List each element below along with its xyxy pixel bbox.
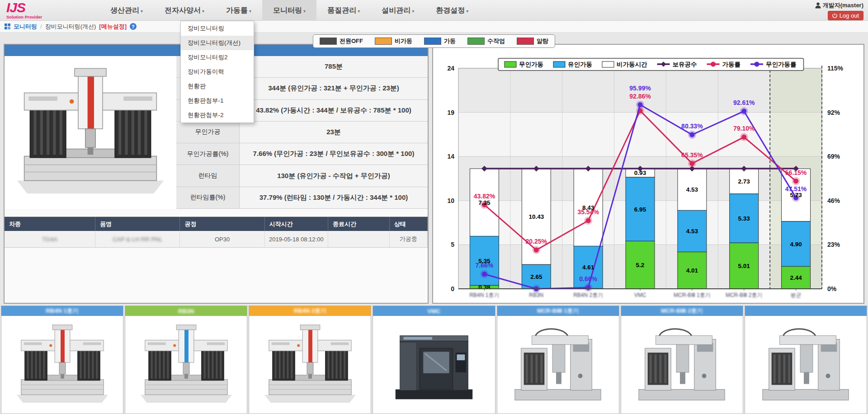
svg-text:5.33: 5.33 (738, 215, 750, 222)
machine-card-header: RB4N 1호기 (1, 306, 123, 316)
svg-text:2.73: 2.73 (738, 178, 750, 185)
nav-item-4[interactable]: 모니터링▾ (262, 0, 316, 21)
svg-text:92.86%: 92.86% (629, 93, 651, 100)
user-box: 개발자(master) Log out (815, 1, 863, 20)
nav-item-5[interactable]: 품질관리▾ (316, 0, 371, 21)
stat-label: 런타임률(%) (176, 187, 240, 208)
svg-text:0: 0 (451, 285, 454, 292)
machine-card-image (249, 316, 371, 414)
svg-text:RB4N 2호기: RB4N 2호기 (573, 292, 603, 298)
svg-text:0.93: 0.93 (634, 169, 646, 176)
logout-button[interactable]: Log out (828, 11, 863, 20)
svg-text:5.2: 5.2 (636, 262, 645, 268)
main-content: 보유공수785분가동시간344분 (유인가공 : 321분 + 무인가공 : 2… (4, 44, 864, 304)
machine-card-name: RB4N 2호기 (294, 307, 326, 315)
machine-card[interactable]: MCR-BⅢ 2호기 (621, 306, 743, 414)
job-cell (328, 231, 390, 247)
stat-value: 130분 (유인가공 - 수작업 + 무인가공) (240, 165, 428, 186)
svg-text:7.66%: 7.66% (476, 262, 494, 269)
dropdown-item-1[interactable]: 장비모니터링 (181, 21, 254, 36)
status-color-chip (424, 38, 441, 45)
machine-card[interactable]: VMC (373, 306, 495, 414)
dropdown-item-5[interactable]: 현황판 (181, 79, 254, 94)
machine-card[interactable]: RB4N 2호기 (249, 306, 371, 414)
logout-label: Log out (840, 12, 859, 19)
svg-text:14: 14 (447, 153, 454, 160)
svg-text:무인가동률: 무인가동률 (766, 61, 797, 68)
job-cell-text: CAP & LH RR PNL (113, 236, 162, 243)
machine-photo (5, 56, 176, 209)
nav-item-6[interactable]: 설비관리▾ (371, 0, 425, 21)
nav-item-1[interactable]: 생산관리▾ (99, 0, 154, 21)
chevron-down-icon: ▾ (412, 9, 414, 14)
machine-card-image (1, 316, 123, 414)
stat-value: 785분 (240, 56, 428, 77)
performance-chart-panel: 05101419240%23%46%69%92%115%0.385.357.35… (432, 44, 864, 304)
job-cell-text: OP30 (215, 236, 230, 243)
machine-card[interactable] (745, 306, 867, 414)
machine-card[interactable]: RB4N 1호기 (1, 306, 123, 414)
job-col-header: 품명 (95, 217, 180, 231)
job-cell: CAP & LH RR PNL (95, 231, 180, 247)
status-legend-item: 전원OFF (320, 37, 363, 45)
dropdown-item-6[interactable]: 현황판첨부-1 (181, 94, 254, 108)
status-color-chip (517, 38, 534, 45)
gantry-machine-image (11, 62, 170, 203)
dropdown-item-2[interactable]: 장비모니터링(개선) (181, 36, 254, 50)
stat-value: 344분 (유인가공 : 321분 + 무인가공 : 23분) (240, 78, 428, 99)
chevron-down-icon: ▾ (466, 9, 468, 14)
machine-card-list: RB4N 1호기 RB3N RB4N 2호기 (0, 306, 868, 414)
help-icon[interactable]: ? (130, 23, 137, 30)
stat-row: 런타임130분 (유인가공 - 수작업 + 무인가공) (176, 165, 428, 187)
user-name: 개발자(master) (823, 1, 863, 9)
dropdown-item-7[interactable]: 현황판첨부-2 (181, 108, 254, 122)
breadcrumb-page: 장비모니터링(개선) (45, 23, 96, 31)
nav-item-7[interactable]: 환경설정▾ (425, 0, 479, 21)
nav-item-2[interactable]: 전자사양서▾ (154, 0, 215, 21)
status-legend-label: 비가동 (395, 37, 412, 45)
machine-card[interactable]: RB3N (125, 306, 247, 414)
monitoring-dropdown-menu: 장비모니터링장비모니터링(개선)장비모니터링2장비가동이력현황판현황판첨부-1현… (180, 21, 254, 123)
chevron-down-icon: ▾ (303, 9, 306, 14)
machine-card[interactable]: MCR-BⅢ 1호기 (497, 306, 619, 414)
status-color-chip (467, 38, 485, 45)
svg-text:5: 5 (451, 241, 454, 248)
chevron-down-icon: ▾ (249, 9, 251, 14)
chevron-down-icon: ▾ (358, 9, 360, 14)
svg-text:20.25%: 20.25% (526, 238, 547, 245)
breadcrumb-separator: / (40, 23, 42, 30)
power-icon (832, 13, 837, 19)
job-cell: OP30 (180, 231, 264, 247)
svg-text:5.01: 5.01 (738, 263, 750, 269)
app-logo[interactable]: IJS Solution Provider (6, 1, 83, 19)
stat-value: 43.82% (가동시간 : 344분 / 보유공수 : 785분 * 100) (240, 100, 428, 121)
job-row: TG4ACAP & LH RR PNLOP302019-05-18 08:12:… (5, 231, 428, 248)
breadcrumb-section[interactable]: 모니터링 (14, 23, 37, 31)
user-icon (815, 2, 821, 9)
svg-text:6.95: 6.95 (634, 206, 646, 213)
svg-text:0.38: 0.38 (478, 284, 491, 291)
menu-settings-link[interactable]: [메뉴설정] (99, 23, 127, 31)
svg-text:2.44: 2.44 (790, 274, 802, 281)
svg-text:무인가동: 무인가동 (519, 61, 543, 68)
job-col-header: 상태 (390, 217, 428, 231)
chevron-down-icon: ▾ (141, 9, 143, 14)
nav-item-3[interactable]: 가동률▾ (215, 0, 262, 21)
breadcrumb: 모니터링 / 장비모니터링(개선) [메뉴설정] ? (0, 21, 868, 33)
job-cell: 2019-05-18 08:12:00 (265, 231, 328, 247)
dropdown-item-4[interactable]: 장비가동이력 (181, 65, 254, 79)
svg-text:10.43: 10.43 (528, 213, 544, 220)
svg-text:24: 24 (447, 65, 454, 72)
status-legend-item: 비가동 (375, 37, 412, 45)
svg-text:보유공수: 보유공수 (673, 61, 697, 68)
job-cell-text: TG4A (42, 236, 57, 243)
svg-text:0.66%: 0.66% (579, 275, 597, 282)
svg-text:MCR-BⅢ 1호기: MCR-BⅢ 1호기 (674, 292, 711, 298)
svg-text:평균: 평균 (791, 292, 802, 298)
dropdown-item-3[interactable]: 장비모니터링2 (181, 50, 254, 65)
svg-text:RB4N 1호기: RB4N 1호기 (469, 292, 499, 298)
svg-text:7.35: 7.35 (478, 199, 491, 206)
stat-value: 37.79% (런타임 : 130분 / 가동시간 : 344분 * 100) (240, 187, 428, 208)
logo-text: IJS (6, 1, 83, 14)
machine-card-name: MCR-BⅢ 1호기 (537, 307, 579, 315)
